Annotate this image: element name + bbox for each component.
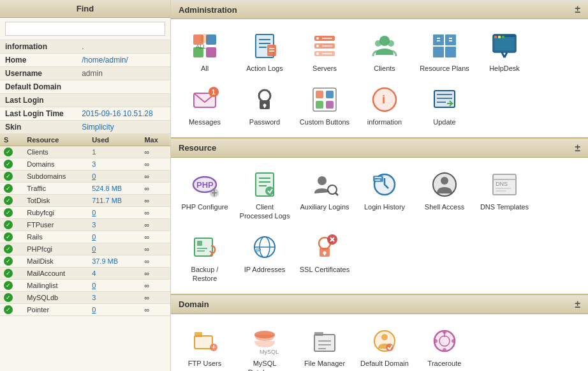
svg-point-124	[381, 334, 388, 340]
resource-row: ✓Rails0∞	[0, 231, 170, 243]
administration-toggle[interactable]: ±	[575, 4, 580, 15]
php-configure-icon[interactable]: PHPPHP Configure	[176, 164, 233, 225]
file-manager-icon[interactable]: File Manager	[296, 321, 353, 371]
resource-name: MailAccount	[23, 268, 88, 280]
traceroute-icon-label: Traceroute	[428, 359, 462, 368]
svg-text:ALL: ALL	[196, 43, 206, 50]
resource-toggle[interactable]: ±	[575, 142, 580, 154]
custom-buttons-icon-label: Custom Buttons	[300, 117, 349, 126]
resource-max: ∞	[140, 158, 170, 170]
resource-used: 524.8 MB	[88, 183, 140, 195]
clients-icon-label: Clients	[374, 64, 395, 73]
resource-plans-icon[interactable]: Resource Plans	[416, 26, 473, 77]
resource-used[interactable]: 0	[88, 280, 140, 292]
status-ok-icon: ✓	[4, 196, 13, 205]
resource-used: 3	[88, 158, 140, 170]
clients-icon-img	[369, 31, 400, 61]
resource-status: ✓	[0, 183, 23, 195]
svg-point-18	[316, 45, 319, 47]
resource-used[interactable]: 0	[88, 207, 140, 219]
resource-status: ✓	[0, 170, 23, 183]
ip-addresses-icon[interactable]: IPIP Addresses	[236, 227, 293, 287]
info-value[interactable]: Simplicity	[77, 121, 170, 134]
resource-max: ∞	[140, 268, 170, 280]
ftp-users-icon-label: FTP Users	[188, 359, 221, 368]
resource-used[interactable]: 0	[88, 170, 140, 183]
svg-line-78	[335, 193, 338, 195]
administration-title: Administration	[179, 5, 237, 15]
administration-content: ALLAllAction LogsServersClientsResource …	[171, 19, 588, 137]
resource-status: ✓	[0, 292, 23, 304]
resource-status: ✓	[0, 231, 23, 243]
domain-toggle[interactable]: ±	[575, 299, 580, 310]
svg-point-130	[443, 348, 446, 352]
administration-section: Administration ± ALLAllAction LogsServer…	[171, 0, 588, 139]
resource-col-s: S	[0, 134, 23, 146]
resource-col-used: Used	[88, 134, 140, 146]
svg-text:IP: IP	[256, 247, 261, 254]
traceroute-icon[interactable]: Traceroute	[416, 321, 473, 371]
auxiliary-logins-icon[interactable]: Auxiliary Logins	[296, 164, 353, 225]
info-value[interactable]: 2015-09-16 10.51.28	[77, 107, 170, 121]
ip-addresses-icon-img: IP	[249, 232, 280, 262]
shell-access-icon[interactable]: Shell Access	[416, 164, 473, 225]
administration-header: Administration ±	[171, 0, 588, 19]
all-icon-label: All	[201, 64, 209, 73]
default-domain-icon[interactable]: Default Domain	[356, 321, 413, 371]
resource-used: 37.9 MB	[88, 255, 140, 268]
info-value	[77, 80, 170, 94]
resource-row: ✓MailDisk37.9 MB∞	[0, 255, 170, 268]
all-icon[interactable]: ALLAll	[176, 26, 233, 77]
action-logs-icon[interactable]: Action Logs	[236, 26, 293, 77]
messages-icon[interactable]: 1Messages	[176, 79, 233, 130]
info-value[interactable]: /home/admin/	[77, 54, 170, 67]
resource-max: ∞	[140, 304, 170, 316]
custom-buttons-icon[interactable]: Custom Buttons	[296, 79, 353, 130]
ssl-certificates-icon[interactable]: SSL Certificates	[296, 227, 353, 287]
svg-rect-28	[433, 47, 444, 57]
dns-templates-icon[interactable]: DNSDNS Templates	[476, 164, 533, 225]
resource-used[interactable]: 0	[88, 231, 140, 243]
resource-name: MailDisk	[23, 255, 88, 268]
find-input[interactable]	[5, 22, 165, 36]
update-icon[interactable]: Update	[416, 79, 473, 130]
info-label: Last Login	[0, 94, 77, 107]
svg-rect-52	[316, 91, 323, 98]
resource-status: ✓	[0, 195, 23, 207]
resource-status: ✓	[0, 219, 23, 231]
clients-icon[interactable]: Clients	[356, 26, 413, 77]
resource-row: ✓PHPfcgi0∞	[0, 243, 170, 255]
resource-row: ✓MailAccount4∞	[0, 268, 170, 280]
servers-icon[interactable]: Servers	[296, 26, 353, 77]
svg-text:i: i	[382, 93, 385, 106]
servers-icon-label: Servers	[312, 64, 337, 73]
svg-point-86	[441, 177, 448, 185]
status-ok-icon: ✓	[4, 269, 13, 278]
info-label: information	[0, 40, 77, 54]
backup-restore-icon[interactable]: Backup / Restore	[176, 227, 233, 287]
svg-rect-3	[206, 47, 216, 57]
info-table: information.Home/home/admin/Usernameadmi…	[0, 40, 170, 134]
ftp-users-icon[interactable]: +FTP Users	[176, 321, 233, 371]
password-icon[interactable]: Password	[236, 79, 293, 130]
login-history-icon[interactable]: Login History	[356, 164, 413, 225]
resource-used[interactable]: 0	[88, 243, 140, 255]
resource-max: ∞	[140, 183, 170, 195]
file-manager-icon-label: File Manager	[304, 359, 345, 368]
helpdesk-icon[interactable]: HelpDesk	[476, 26, 533, 77]
resource-status: ✓	[0, 158, 23, 170]
svg-text:DNS: DNS	[496, 181, 508, 187]
resource-col-max: Max	[140, 134, 170, 146]
messages-icon-img: 1	[189, 84, 220, 115]
resource-name: Clients	[23, 146, 88, 158]
resource-used: 3	[88, 219, 140, 231]
information-icon[interactable]: iinformation	[356, 79, 413, 130]
resource-name: Domains	[23, 158, 88, 170]
svg-point-131	[434, 339, 437, 343]
mysql-databases-icon[interactable]: MySQLMySQL Databases	[236, 321, 293, 371]
info-row: Last Login	[0, 94, 170, 107]
resource-used[interactable]: 0	[88, 304, 140, 316]
shell-access-icon-label: Shell Access	[425, 202, 464, 211]
resource-status: ✓	[0, 304, 23, 316]
client-processed-logs-icon[interactable]: Client Processed Logs	[236, 164, 293, 225]
